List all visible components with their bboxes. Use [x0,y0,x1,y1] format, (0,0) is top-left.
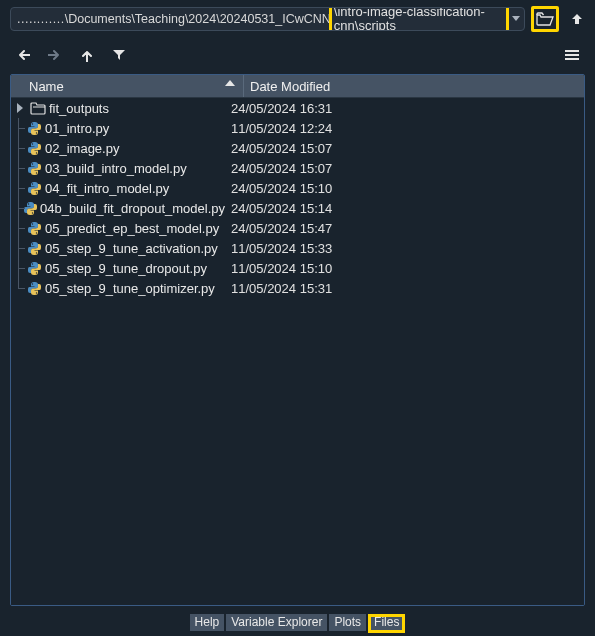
svg-rect-2 [565,58,579,60]
python-file-icon [23,201,38,216]
cell-date: 11/05/2024 15:10 [225,261,584,276]
file-name-label: 05_predict_ep_best_model.py [43,221,219,236]
python-file-icon [25,121,43,136]
svg-point-19 [31,283,32,284]
table-row[interactable]: 05_predict_ep_best_model.py24/05/2024 15… [11,218,584,238]
svg-point-16 [35,252,36,253]
open-folder-button[interactable] [531,6,559,32]
tab-help[interactable]: Help [190,614,225,631]
table-row[interactable]: fit_outputs24/05/2024 16:31 [11,98,584,118]
file-name-label: 04b_build_fit_dropout_model.py [38,201,225,216]
cell-date: 11/05/2024 15:31 [225,281,584,296]
svg-point-12 [32,212,33,213]
cell-name: 05_predict_ep_best_model.py [11,218,225,238]
table-row[interactable]: 05_step_9_tune_dropout.py11/05/2024 15:1… [11,258,584,278]
tree-line [11,198,23,218]
column-name-label: Name [29,79,64,94]
path-highlighted-segment: \intro-image-classification-cnn\scripts [329,7,509,31]
cell-date: 24/05/2024 15:10 [225,181,584,196]
file-name-label: 01_intro.py [43,121,109,136]
table-row[interactable]: 02_image.py24/05/2024 15:07 [11,138,584,158]
file-toolbar [0,38,595,72]
svg-point-11 [28,203,29,204]
path-bar: ............ \Documents\Teaching\2024\20… [0,0,595,38]
path-input[interactable]: ............ \Documents\Teaching\2024\20… [10,7,525,31]
svg-point-20 [35,292,36,293]
sort-asc-icon [225,79,235,87]
table-row[interactable]: 03_build_intro_model.py24/05/2024 15:07 [11,158,584,178]
file-name-label: 05_step_9_tune_dropout.py [43,261,207,276]
cell-date: 11/05/2024 12:24 [225,121,584,136]
cell-date: 24/05/2024 15:47 [225,221,584,236]
file-tree: Name Date Modified fit_outputs24/05/2024… [10,74,585,606]
cell-name: 05_step_9_tune_optimizer.py [11,278,225,298]
tree-line [11,178,25,198]
cell-date: 11/05/2024 15:33 [225,241,584,256]
forward-button[interactable] [42,42,68,68]
tree-header: Name Date Modified [11,75,584,98]
tree-line [11,258,25,278]
up-button[interactable] [74,42,100,68]
table-row[interactable]: 05_step_9_tune_activation.py11/05/2024 1… [11,238,584,258]
cell-name: 05_step_9_tune_activation.py [11,238,225,258]
file-name-label: 05_step_9_tune_activation.py [43,241,218,256]
svg-point-17 [31,263,32,264]
svg-point-7 [31,163,32,164]
cell-name: 02_image.py [11,138,225,158]
svg-point-15 [31,243,32,244]
tree-line [11,158,25,178]
column-name[interactable]: Name [11,75,244,97]
svg-rect-1 [565,54,579,56]
python-file-icon [25,141,43,156]
python-file-icon [25,241,43,256]
filter-button[interactable] [106,42,132,68]
tree-body[interactable]: fit_outputs24/05/2024 16:3101_intro.py11… [11,98,584,605]
file-name-label: 03_build_intro_model.py [43,161,187,176]
tree-line [11,138,25,158]
cell-name: 04b_build_fit_dropout_model.py [11,198,225,218]
cell-name: 04_fit_intro_model.py [11,178,225,198]
cell-date: 24/05/2024 15:14 [225,201,584,216]
path-dropdown-icon[interactable] [509,9,522,29]
tab-plots[interactable]: Plots [329,614,366,631]
back-button[interactable] [10,42,36,68]
python-file-icon [25,181,43,196]
cell-name: 01_intro.py [11,118,225,138]
svg-point-18 [35,272,36,273]
folder-icon [29,102,47,115]
svg-point-9 [31,183,32,184]
tree-line [11,118,25,138]
cell-date: 24/05/2024 16:31 [225,101,584,116]
table-row[interactable]: 01_intro.py11/05/2024 12:24 [11,118,584,138]
table-row[interactable]: 04_fit_intro_model.py24/05/2024 15:10 [11,178,584,198]
svg-point-14 [35,232,36,233]
svg-point-4 [35,132,36,133]
python-file-icon [25,161,43,176]
file-name-label: fit_outputs [47,101,109,116]
parent-dir-button[interactable] [565,7,589,31]
svg-point-5 [31,143,32,144]
cell-date: 24/05/2024 15:07 [225,141,584,156]
svg-point-8 [35,172,36,173]
python-file-icon [25,261,43,276]
file-name-label: 05_step_9_tune_optimizer.py [43,281,215,296]
table-row[interactable]: 04b_build_fit_dropout_model.py24/05/2024… [11,198,584,218]
path-highlighted-text: \intro-image-classification-cnn\scripts [334,7,485,31]
python-file-icon [25,221,43,236]
tab-files[interactable]: Files [368,614,405,633]
expand-icon[interactable] [11,103,29,113]
cell-date: 24/05/2024 15:07 [225,161,584,176]
tree-line [11,278,25,298]
column-date[interactable]: Date Modified [244,75,584,97]
file-name-label: 02_image.py [43,141,119,156]
cell-name: 05_step_9_tune_dropout.py [11,258,225,278]
cell-name: 03_build_intro_model.py [11,158,225,178]
panel-menu-button[interactable] [559,42,585,68]
table-row[interactable]: 05_step_9_tune_optimizer.py11/05/2024 15… [11,278,584,298]
svg-point-10 [35,192,36,193]
path-prefix: \Documents\Teaching\2024\20240531_ICwCNN [65,12,331,26]
file-name-label: 04_fit_intro_model.py [43,181,169,196]
tab-variable-explorer[interactable]: Variable Explorer [226,614,327,631]
svg-point-3 [31,123,32,124]
tree-line [11,238,25,258]
